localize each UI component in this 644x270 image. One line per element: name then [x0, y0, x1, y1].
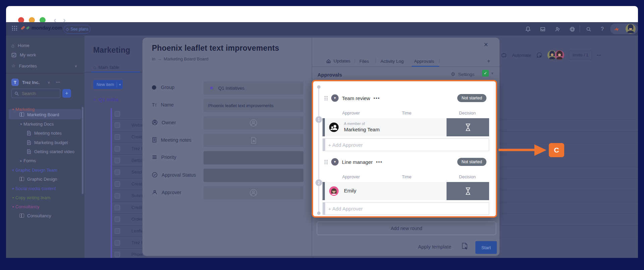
table-row[interactable]: Leafle	[112, 225, 142, 237]
tab-updates[interactable]: Updates	[326, 58, 350, 63]
decision-cell[interactable]	[447, 118, 489, 136]
row-checkbox[interactable]	[115, 111, 120, 117]
tab-activity-log[interactable]: Activity Log	[380, 59, 404, 64]
sidebar-item-forms[interactable]: ▸Forms	[6, 156, 84, 165]
table-row[interactable]: Creat	[112, 202, 142, 214]
workspace-switcher[interactable]: T Trez Inc. ∨ •••	[6, 77, 84, 87]
sidebar-item-consultancy-group[interactable]: ▾Consultancy	[6, 202, 84, 211]
row-checkbox[interactable]	[115, 123, 120, 128]
chevron-down-icon[interactable]: ▾	[117, 83, 123, 86]
collapse-round-icon[interactable]: ▼	[331, 94, 339, 102]
decision-cell[interactable]	[447, 182, 489, 200]
automate-label[interactable]: Automate	[512, 53, 531, 58]
row-checkbox[interactable]	[115, 252, 120, 257]
table-row[interactable]: Creat	[112, 131, 142, 143]
sidebar-item-social-media-content[interactable]: ▾Social media content	[6, 184, 84, 193]
round-menu-icon[interactable]: •••	[376, 160, 383, 165]
expand-icon[interactable]: ›	[125, 158, 126, 162]
invite-members-icon[interactable]	[554, 26, 561, 32]
add-approver-input[interactable]	[328, 203, 482, 215]
approver-row[interactable]: A member of Marketing Team	[323, 118, 489, 136]
sidebar-item-favorites[interactable]: ☆ Favorites ∨	[6, 61, 84, 70]
apply-template-icon[interactable]	[461, 242, 468, 251]
table-row[interactable]: Creat	[112, 178, 142, 190]
tab-files[interactable]: Files	[359, 59, 369, 64]
apps-marketplace-icon[interactable]	[569, 26, 575, 32]
field-approver-value[interactable]	[203, 186, 303, 199]
row-checkbox[interactable]	[115, 158, 120, 163]
table-row[interactable]: Send	[112, 167, 142, 178]
field-owner-value[interactable]	[203, 116, 303, 130]
add-new-round-button[interactable]: Add new round	[317, 222, 496, 235]
row-checkbox[interactable]	[115, 146, 120, 151]
sidebar-item-marketing-budget[interactable]: Marketing budget	[6, 138, 84, 147]
help-icon[interactable]: ?	[601, 26, 604, 32]
search-input[interactable]	[21, 89, 59, 97]
new-item-button[interactable]: New item ▾	[93, 80, 123, 89]
row-checkbox[interactable]	[115, 181, 120, 187]
table-row[interactable]: Phoen	[112, 249, 142, 258]
breadcrumb-board-link[interactable]: Marketing Board Board	[164, 56, 209, 61]
board-more-icon[interactable]: •••	[597, 53, 601, 57]
field-name-value[interactable]: Phoenix leaflet text improvements	[203, 99, 303, 112]
add-approver-row[interactable]	[323, 138, 489, 151]
workspace-more-icon[interactable]: •••	[56, 81, 60, 84]
sidebar-item-getting-started-video[interactable]: Getting started video …	[6, 147, 84, 156]
row-checkbox[interactable]	[115, 170, 120, 175]
sidebar-item-marketing-docs[interactable]: ▾Marketing Docs	[6, 120, 84, 128]
approver-row[interactable]: Emily	[323, 182, 489, 200]
chat-icon[interactable]	[536, 52, 543, 58]
row-checkbox[interactable]	[115, 134, 120, 140]
table-row[interactable]: Subm	[112, 190, 142, 202]
sidebar-item-meeting-notes[interactable]: Meeting notes	[6, 129, 84, 137]
row-checkbox[interactable]	[115, 217, 120, 222]
tab-main-table[interactable]: ⌂ Main Table	[93, 64, 119, 70]
row-checkbox[interactable]	[115, 193, 120, 198]
apply-template-label[interactable]: Apply template	[418, 244, 451, 250]
add-tab-button[interactable]: +	[487, 58, 490, 64]
row-checkbox[interactable]	[115, 228, 120, 234]
sidebar-item-consultancy-board[interactable]: Consultancy	[6, 211, 84, 220]
table-row[interactable]	[112, 108, 142, 120]
user-avatar[interactable]	[626, 24, 636, 34]
table-row[interactable]: Websi	[112, 120, 142, 131]
table-row[interactable]: Trez I	[112, 143, 142, 155]
tab-approvals[interactable]: Approvals	[414, 59, 434, 64]
table-row[interactable]: Order	[112, 214, 142, 225]
sidebar-search[interactable]	[11, 89, 60, 98]
table-row[interactable]: ›Gettin	[112, 155, 142, 167]
add-approver-input[interactable]	[328, 139, 482, 151]
start-button[interactable]: Start	[475, 241, 497, 254]
sidebar-item-graphic-design[interactable]: Graphic Design	[6, 175, 84, 183]
row-checkbox[interactable]	[115, 205, 120, 210]
field-meeting-notes-value[interactable]	[203, 134, 303, 147]
sidebar-scrollbar[interactable]	[82, 107, 83, 194]
table-row[interactable]: Trez I	[112, 237, 142, 249]
add-board-button[interactable]: +	[62, 89, 71, 98]
group-title[interactable]: ∨ Q1 Initia	[93, 97, 142, 102]
sidebar-item-my-work[interactable]: My work	[6, 50, 84, 59]
collapse-round-icon[interactable]: ▼	[331, 158, 339, 166]
monday-logo[interactable]: monday.com	[21, 25, 62, 31]
sidebar-item-home[interactable]: ⌂ Home	[6, 41, 84, 50]
drag-handle-icon[interactable]	[325, 96, 328, 100]
field-approval-status-value[interactable]	[203, 169, 303, 182]
approvals-settings[interactable]: ⚙ Settings	[451, 71, 474, 77]
add-approver-row[interactable]	[323, 202, 489, 215]
drag-handle-icon[interactable]	[325, 160, 328, 164]
notifications-bell-icon[interactable]	[525, 26, 531, 32]
chevron-down-icon[interactable]: ∨	[491, 71, 493, 75]
inbox-icon[interactable]	[540, 26, 546, 32]
field-group-value[interactable]: Q1 Initiatives	[203, 81, 303, 95]
sidebar-item-marketing-board[interactable]: Marketing Board	[6, 110, 84, 119]
close-icon[interactable]: ×	[484, 40, 488, 49]
invite-button[interactable]: Invite / 1	[569, 51, 592, 59]
see-plans-button[interactable]: ◇ See plans	[64, 25, 91, 34]
sidebar-item-copy-writing-team[interactable]: ▾Copy writing team	[6, 193, 84, 202]
search-icon[interactable]	[586, 26, 592, 32]
row-checkbox[interactable]	[115, 240, 120, 245]
round-menu-icon[interactable]: •••	[373, 96, 380, 101]
board-subscribers[interactable]	[547, 50, 564, 60]
approval-checkbox[interactable]: ✓	[482, 70, 489, 77]
field-priority-value[interactable]	[203, 151, 303, 165]
